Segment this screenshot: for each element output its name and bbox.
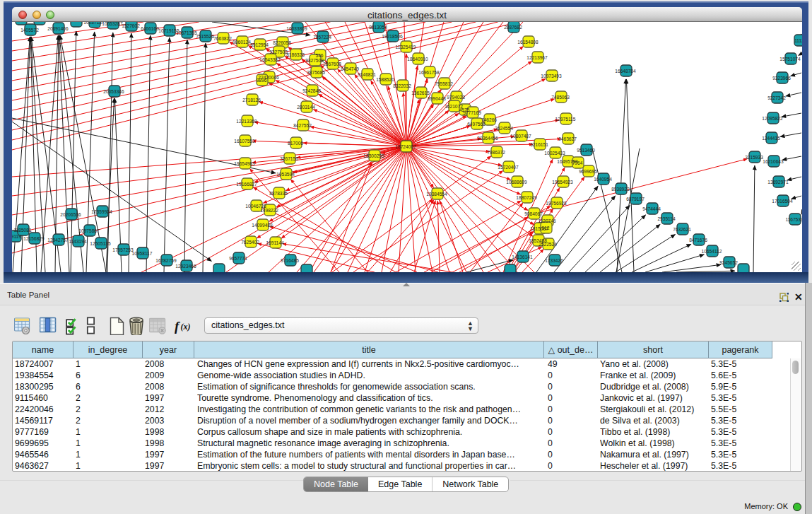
- svg-text:2887682: 2887682: [504, 25, 522, 30]
- svg-text:10025433: 10025433: [544, 151, 565, 156]
- svg-text:8813054: 8813054: [369, 25, 387, 30]
- svg-text:8427552: 8427552: [293, 123, 312, 128]
- svg-text:6879197: 6879197: [626, 197, 645, 201]
- svg-text:3215933: 3215933: [745, 155, 763, 160]
- svg-text:18807249: 18807249: [516, 195, 537, 200]
- svg-text:9146821: 9146821: [358, 72, 376, 77]
- svg-text:8938923: 8938923: [611, 187, 630, 192]
- svg-text:8226058: 8226058: [273, 40, 291, 45]
- svg-text:19756928: 19756928: [546, 201, 567, 206]
- svg-text:10973493: 10973493: [541, 74, 562, 78]
- svg-text:12095822: 12095822: [762, 116, 783, 121]
- svg-text:1498222: 1498222: [260, 208, 278, 213]
- svg-text:12213369: 12213369: [236, 119, 257, 124]
- svg-text:20206536: 20206536: [60, 212, 81, 217]
- svg-text:9227342: 9227342: [767, 95, 786, 100]
- svg-text:2867608: 2867608: [323, 62, 341, 66]
- svg-text:9327503: 9327503: [269, 49, 288, 54]
- svg-text:1120746: 1120746: [538, 218, 556, 223]
- svg-text:6497568: 6497568: [467, 122, 486, 127]
- svg-text:(x): (x): [181, 322, 191, 332]
- svg-text:10958117: 10958117: [132, 251, 153, 256]
- svg-text:12975115: 12975115: [555, 117, 576, 122]
- svg-text:12213967: 12213967: [526, 55, 548, 60]
- svg-text:1588520: 1588520: [376, 77, 394, 82]
- svg-text:10975867: 10975867: [78, 228, 100, 233]
- svg-text:9327508: 9327508: [305, 58, 324, 63]
- svg-text:2522524: 2522524: [539, 242, 557, 247]
- svg-text:8990448: 8990448: [428, 96, 446, 101]
- svg-text:9474444: 9474444: [642, 206, 661, 211]
- svg-text:7857224: 7857224: [313, 35, 331, 40]
- svg-text:9794028: 9794028: [447, 95, 465, 100]
- svg-text:14136141: 14136141: [512, 255, 533, 259]
- svg-text:16210643: 16210643: [763, 159, 784, 164]
- svg-text:3624554: 3624554: [495, 126, 513, 131]
- svg-text:8186328: 8186328: [286, 52, 305, 57]
- svg-text:16154808: 16154808: [517, 40, 539, 45]
- svg-text:15751074: 15751074: [779, 57, 801, 62]
- svg-text:13692971: 13692971: [767, 180, 789, 185]
- svg-text:19218506: 19218506: [382, 34, 403, 39]
- svg-text:8878335: 8878335: [269, 191, 288, 196]
- svg-text:9657771: 9657771: [229, 256, 247, 261]
- svg-text:19654983: 19654983: [234, 161, 255, 166]
- svg-text:1244415: 1244415: [762, 136, 780, 141]
- svg-text:1733426: 1733426: [545, 258, 563, 263]
- svg-text:7955812: 7955812: [435, 81, 453, 86]
- svg-text:14099488: 14099488: [252, 223, 273, 228]
- svg-text:8912954: 8912954: [250, 42, 269, 47]
- svg-text:3267150: 3267150: [280, 156, 298, 161]
- svg-text:20691406: 20691406: [47, 26, 69, 31]
- svg-text:7663822: 7663822: [213, 36, 232, 41]
- svg-text:9245652: 9245652: [719, 260, 738, 265]
- svg-text:9242848: 9242848: [302, 88, 321, 93]
- svg-text:15720407: 15720407: [498, 165, 519, 170]
- svg-text:18300295: 18300295: [363, 153, 384, 158]
- svg-text:8454749: 8454749: [341, 66, 359, 71]
- svg-text:1185081: 1185081: [13, 228, 32, 233]
- svg-text:2718126: 2718126: [242, 98, 261, 103]
- svg-text:17016504: 17016504: [772, 199, 793, 204]
- svg-text:16543382: 16543382: [259, 57, 281, 62]
- svg-text:17359924: 17359924: [91, 209, 112, 214]
- svg-text:6216151: 6216151: [530, 142, 548, 147]
- svg-text:1691144: 1691144: [266, 240, 284, 245]
- svg-text:2803144: 2803144: [297, 105, 315, 110]
- svg-text:9716485: 9716485: [281, 258, 299, 263]
- svg-text:16107553: 16107553: [234, 139, 255, 144]
- svg-text:1053594: 1053594: [276, 172, 295, 177]
- svg-text:9860124: 9860124: [233, 40, 251, 45]
- svg-text:8471676: 8471676: [689, 238, 707, 243]
- svg-text:12923466: 12923466: [175, 264, 196, 269]
- svg-text:9896: 9896: [257, 78, 267, 83]
- svg-text:19654923: 19654923: [552, 180, 573, 185]
- svg-text:7625402: 7625402: [241, 240, 259, 245]
- svg-text:1527602: 1527602: [122, 23, 140, 28]
- svg-text:9463627: 9463627: [558, 136, 577, 141]
- svg-text:17957253: 17957253: [112, 247, 134, 252]
- svg-text:8322032: 8322032: [393, 83, 411, 88]
- svg-text:9699695: 9699695: [579, 169, 597, 174]
- svg-text:546: 546: [315, 53, 323, 58]
- svg-text:9084067: 9084067: [524, 211, 543, 216]
- svg-text:1362615: 1362615: [411, 90, 430, 95]
- svg-text:7632621: 7632621: [673, 227, 691, 232]
- svg-text:1405572: 1405572: [20, 28, 39, 33]
- svg-text:20053346: 20053346: [103, 89, 124, 94]
- svg-text:7964: 7964: [572, 160, 583, 165]
- svg-text:10688609: 10688609: [506, 180, 527, 185]
- svg-text:10654112: 10654112: [702, 249, 722, 254]
- svg-text:817006: 817006: [288, 141, 303, 146]
- svg-text:16782759: 16782759: [155, 258, 177, 263]
- svg-text:7515526: 7515526: [196, 34, 214, 39]
- svg-text:3875685: 3875685: [307, 70, 325, 75]
- svg-text:16648784: 16648784: [615, 69, 636, 74]
- svg-text:2935114: 2935114: [657, 216, 676, 221]
- svg-text:9513460: 9513460: [577, 148, 595, 153]
- svg-text:10671355: 10671355: [176, 30, 197, 35]
- svg-text:9777169: 9777169: [463, 110, 481, 115]
- svg-text:16961758: 16961758: [418, 70, 440, 75]
- svg-text:f: f: [175, 319, 180, 334]
- svg-text:10807487: 10807487: [510, 134, 531, 139]
